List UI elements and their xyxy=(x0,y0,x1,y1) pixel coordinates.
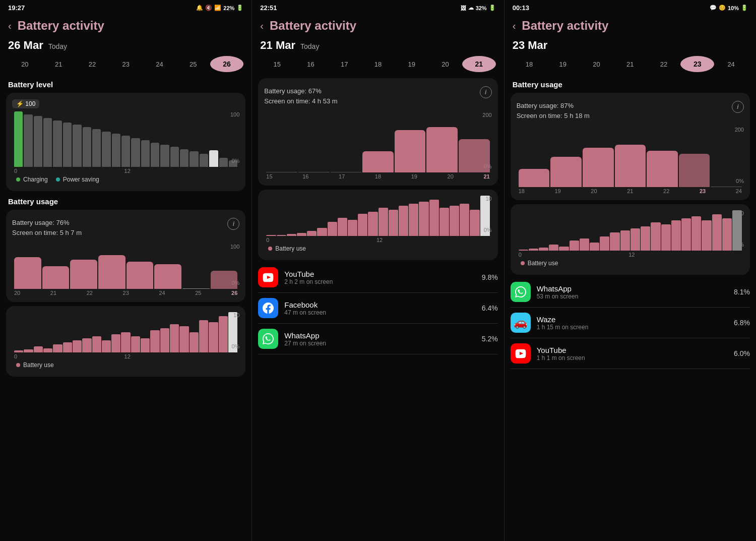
day-26-active[interactable]: 26 xyxy=(210,56,244,72)
app-info-facebook-2: Facebook 47 m on screen xyxy=(284,300,475,316)
day3-18[interactable]: 18 xyxy=(513,58,546,70)
usage-text-2: Battery usage: 67% Screen on time: 4 h 5… xyxy=(264,86,337,106)
status-icons-1: 🔔 🔇 📶 22% 🔋 xyxy=(196,5,243,11)
info-icon-1[interactable]: i xyxy=(227,218,239,230)
weekly-100: 100 xyxy=(230,244,239,250)
app-name-whatsapp-2: WhatsApp xyxy=(284,331,475,340)
weekly-bar-spacer xyxy=(182,288,210,289)
info-icon-2[interactable]: i xyxy=(480,86,492,98)
weekly-bars-2: 200 0% 15 16 17 18 19 20 21 xyxy=(264,112,491,179)
battery-usage-card-2: Battery usage: 67% Screen on time: 4 h 5… xyxy=(258,78,497,186)
date-heading-3: 23 Mar xyxy=(505,36,756,54)
app-name-youtube-3: YouTube xyxy=(537,346,728,354)
weekly-bar-22 xyxy=(70,260,97,289)
p2-weekly-row xyxy=(264,112,491,172)
day2-18[interactable]: 18 xyxy=(361,58,395,70)
battery-use-dot-1 xyxy=(16,363,20,367)
app-time-youtube-3: 1 h 1 m on screen xyxy=(537,354,728,362)
day2-15[interactable]: 15 xyxy=(260,58,294,70)
weekly-bar-20 xyxy=(14,257,41,289)
app-facebook-2[interactable]: Facebook 47 m on screen 6.4% xyxy=(258,293,497,324)
wl-24: 24 xyxy=(159,290,165,296)
back-arrow-3[interactable]: ‹ xyxy=(513,20,516,32)
day-25[interactable]: 25 xyxy=(176,58,210,70)
day2-16[interactable]: 16 xyxy=(294,58,328,70)
usage-header-2: Battery usage: 67% Screen on time: 4 h 5… xyxy=(264,84,491,110)
bar-13 xyxy=(141,140,150,167)
battery-level-title: Battery level xyxy=(0,76,251,91)
img-icon: 🖼 xyxy=(461,5,466,11)
day-23[interactable]: 23 xyxy=(109,58,143,70)
weekly-bar-row xyxy=(12,244,239,289)
app-info-youtube-2: YouTube 2 h 2 m on screen xyxy=(284,270,475,285)
day3-19[interactable]: 19 xyxy=(546,58,580,70)
bar-2 xyxy=(34,116,42,167)
battery-use-legend-1: Battery use xyxy=(12,359,239,371)
bar-8 xyxy=(92,129,101,167)
day2-21-wrap: 21 xyxy=(462,56,496,72)
day-21[interactable]: 21 xyxy=(42,58,76,70)
status-icons-3: 💬 😊 10% 🔋 xyxy=(710,5,748,11)
status-icons-2: 🖼 ☁ 32% 🔋 xyxy=(461,5,496,11)
back-arrow-2[interactable]: ‹ xyxy=(260,20,264,32)
header-2: ‹ Battery activity xyxy=(252,14,503,36)
chart-100-label: 100 xyxy=(230,111,239,117)
day2-20[interactable]: 20 xyxy=(428,58,462,70)
mini-labels-1: 0 12 xyxy=(12,352,239,359)
day-26-wrap: 26 xyxy=(210,56,244,72)
app-youtube-2[interactable]: YouTube 2 h 2 m on screen 9.8% xyxy=(258,262,497,293)
battery-icon-1: 🔋 xyxy=(236,5,243,11)
header-1: ‹ Battery activity xyxy=(0,14,251,36)
bar-5 xyxy=(63,123,72,167)
youtube-icon-2 xyxy=(258,267,278,287)
back-arrow-1[interactable]: ‹ xyxy=(8,20,12,32)
battery-pct-3: 10% xyxy=(728,5,739,11)
info-icon-3[interactable]: i xyxy=(732,101,744,113)
battery-use-dot-3 xyxy=(521,261,525,265)
label-0: 0 xyxy=(14,168,17,174)
app-whatsapp-2[interactable]: WhatsApp 27 m on screen 5.2% xyxy=(258,324,497,354)
app-youtube-3[interactable]: YouTube 1 h 1 m on screen 6.0% xyxy=(511,338,750,369)
battery-use-item-3: Battery use xyxy=(521,260,558,267)
bar-6 xyxy=(73,125,81,167)
day2-17[interactable]: 17 xyxy=(328,58,361,70)
day3-21[interactable]: 21 xyxy=(613,58,647,70)
wl-21: 21 xyxy=(50,290,56,296)
battery-usage-card-3: Battery usage: 87% Screen on time: 5 h 1… xyxy=(511,93,750,200)
wl-20: 20 xyxy=(14,290,20,296)
p3-mini-labels: 0 12 xyxy=(517,251,744,258)
status-bar-1: 19:27 🔔 🔇 📶 22% 🔋 xyxy=(0,0,251,14)
battery-pct-1: 22% xyxy=(223,5,234,11)
day-24[interactable]: 24 xyxy=(143,58,176,70)
p3-mini-0: 0% xyxy=(736,242,744,248)
screen-time-val-3: Screen on time: 5 h 18 m xyxy=(517,111,590,121)
day2-19[interactable]: 19 xyxy=(395,58,428,70)
screen-time-val-2: Screen on time: 4 h 53 m xyxy=(264,96,337,106)
day3-22[interactable]: 22 xyxy=(647,58,681,70)
app-waze-3[interactable]: 🚗 Waze 1 h 15 m on screen 6.8% xyxy=(511,308,750,338)
phone-panel-3: 00:13 💬 😊 10% 🔋 ‹ Battery activity 23 Ma… xyxy=(505,0,756,541)
wl-23: 23 xyxy=(123,290,129,296)
date-heading-2: 21 Mar Today xyxy=(252,36,503,54)
mini-chart-wrap-3: 10 0% xyxy=(517,210,744,258)
p3-mini-10: 10 xyxy=(738,210,744,216)
label-12: 12 xyxy=(124,168,131,174)
battery-use-item-2: Battery use xyxy=(268,245,306,252)
app-whatsapp-3[interactable]: WhatsApp 53 m on screen 8.1% xyxy=(511,277,750,308)
power-saving-label: Power saving xyxy=(63,176,99,183)
bar-7 xyxy=(83,127,91,167)
bar-1 xyxy=(24,114,32,167)
day-22[interactable]: 22 xyxy=(76,58,109,70)
day3-23-active[interactable]: 23 xyxy=(680,56,714,72)
p2-mini-0: 0% xyxy=(484,227,492,233)
app-pct-youtube-2: 9.8% xyxy=(482,273,498,281)
battery-usage-title-3: Battery usage xyxy=(505,76,756,91)
day-20[interactable]: 20 xyxy=(8,58,42,70)
mute-icon: 🔇 xyxy=(205,5,212,11)
day3-20[interactable]: 20 xyxy=(580,58,613,70)
date-heading-1: 26 Mar Today xyxy=(0,36,251,54)
day3-24[interactable]: 24 xyxy=(714,58,748,70)
time-2: 22:51 xyxy=(260,4,277,12)
charging-legend: Charging xyxy=(16,176,48,183)
day2-21-active[interactable]: 21 xyxy=(462,56,496,72)
